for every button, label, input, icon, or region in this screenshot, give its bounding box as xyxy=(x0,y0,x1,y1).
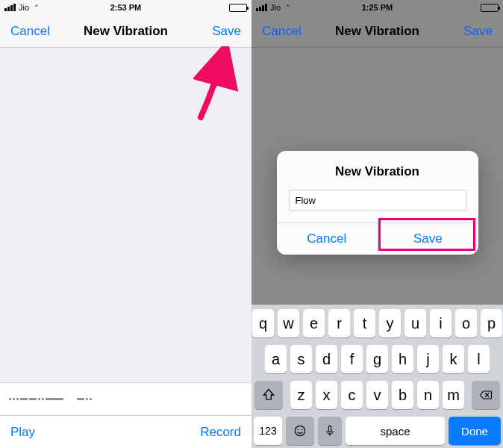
dialog-save-button[interactable]: Save xyxy=(377,223,478,255)
key-f[interactable]: f xyxy=(341,345,363,373)
battery-icon xyxy=(481,4,499,12)
key-w[interactable]: w xyxy=(278,309,299,337)
key-j[interactable]: j xyxy=(417,345,439,373)
dimmed-backdrop: New Vibration Cancel Save q w e r t y u … xyxy=(251,48,503,448)
save-dialog: New Vibration Cancel Save xyxy=(277,151,478,255)
backspace-icon xyxy=(478,388,493,402)
status-time: 2:53 PM xyxy=(0,3,251,12)
dictation-key[interactable] xyxy=(318,417,342,445)
dialog-cancel-button[interactable]: Cancel xyxy=(277,223,378,255)
key-p[interactable]: p xyxy=(481,309,502,337)
keyboard-row-1: q w e r t y u i o p xyxy=(254,309,501,337)
save-button[interactable]: Save xyxy=(463,24,493,39)
key-e[interactable]: e xyxy=(303,309,325,337)
screen-save-dialog: Jio ⌃ 1:25 PM Cancel New Vibration Save … xyxy=(251,0,503,448)
svg-rect-3 xyxy=(328,426,331,432)
dialog-title: New Vibration xyxy=(277,151,478,190)
svg-point-0 xyxy=(295,426,304,435)
shift-icon xyxy=(261,388,276,402)
battery-icon xyxy=(229,4,247,12)
key-k[interactable]: k xyxy=(443,345,464,373)
key-g[interactable]: g xyxy=(366,345,388,373)
key-y[interactable]: y xyxy=(379,309,401,337)
record-button[interactable]: Record xyxy=(200,425,241,440)
key-d[interactable]: d xyxy=(316,345,337,373)
key-z[interactable]: z xyxy=(290,381,312,409)
cancel-button[interactable]: Cancel xyxy=(262,24,302,39)
nav-bar: Cancel New Vibration Save xyxy=(0,15,251,48)
toolbar: Play Record xyxy=(0,415,251,448)
key-s[interactable]: s xyxy=(290,345,312,373)
svg-point-1 xyxy=(298,429,299,431)
status-time: 1:25 PM xyxy=(251,3,503,12)
space-key[interactable]: space xyxy=(346,417,445,445)
nav-bar: Cancel New Vibration Save xyxy=(251,15,503,48)
status-right xyxy=(229,4,247,12)
key-r[interactable]: r xyxy=(328,309,350,337)
tap-area[interactable]: Play Record xyxy=(0,48,251,448)
key-b[interactable]: b xyxy=(392,381,413,409)
backspace-key[interactable] xyxy=(472,381,500,409)
svg-point-2 xyxy=(302,429,303,431)
key-m[interactable]: m xyxy=(443,381,464,409)
cancel-button[interactable]: Cancel xyxy=(10,24,50,39)
keyboard-row-2: a s d f g h j k l xyxy=(254,345,501,373)
keyboard-row-4: 123 space Done xyxy=(254,417,501,445)
key-h[interactable]: h xyxy=(392,345,413,373)
keyboard: q w e r t y u i o p a s d f g h j k l xyxy=(251,305,503,448)
vibration-pattern xyxy=(9,398,92,400)
shift-key[interactable] xyxy=(254,381,283,409)
key-n[interactable]: n xyxy=(417,381,439,409)
key-q[interactable]: q xyxy=(252,309,274,337)
status-bar: Jio ⌃ 1:25 PM xyxy=(251,0,503,15)
key-u[interactable]: u xyxy=(404,309,426,337)
key-x[interactable]: x xyxy=(316,381,337,409)
play-button[interactable]: Play xyxy=(10,425,35,440)
screen-vibration-editor: Jio ⌃ 2:53 PM Cancel New Vibration Save … xyxy=(0,0,251,448)
key-i[interactable]: i xyxy=(430,309,452,337)
vibration-pattern-bar xyxy=(0,382,251,415)
status-right xyxy=(481,4,499,12)
key-t[interactable]: t xyxy=(354,309,375,337)
emoji-icon xyxy=(293,423,307,438)
emoji-key[interactable] xyxy=(286,417,314,445)
save-button[interactable]: Save xyxy=(212,24,241,39)
numbers-key[interactable]: 123 xyxy=(254,417,282,445)
mic-icon xyxy=(322,423,337,438)
vibration-name-input[interactable] xyxy=(289,190,466,211)
key-c[interactable]: c xyxy=(341,381,363,409)
keyboard-row-3: z x c v b n m xyxy=(254,381,501,409)
status-bar: Jio ⌃ 2:53 PM xyxy=(0,0,251,15)
key-o[interactable]: o xyxy=(455,309,477,337)
done-key[interactable]: Done xyxy=(449,417,501,445)
key-l[interactable]: l xyxy=(468,345,490,373)
key-v[interactable]: v xyxy=(366,381,388,409)
key-a[interactable]: a xyxy=(265,345,287,373)
